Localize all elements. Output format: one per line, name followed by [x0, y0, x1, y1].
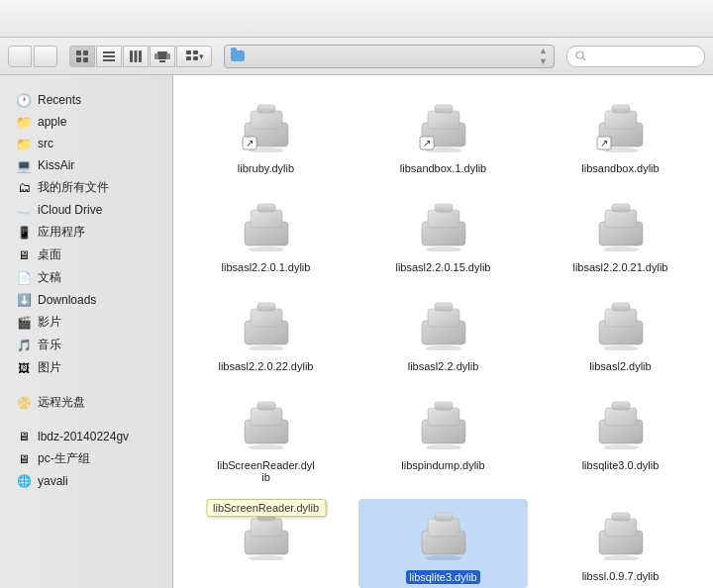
- svg-point-66: [426, 444, 461, 449]
- file-label: libssl.0.9.7.dylib: [582, 570, 660, 582]
- coverflow-view-button[interactable]: [150, 46, 175, 67]
- forward-button[interactable]: [34, 46, 57, 67]
- dylib-icon-wrap: [589, 503, 653, 566]
- svg-rect-68: [428, 408, 459, 426]
- svg-rect-35: [612, 105, 630, 113]
- action-view-button[interactable]: ▾: [176, 46, 212, 67]
- svg-rect-23: [257, 105, 275, 113]
- sidebar-label-apple: apple: [38, 115, 66, 129]
- svg-rect-13: [159, 60, 165, 62]
- svg-rect-2: [76, 57, 81, 62]
- sidebar-shared-lbdz[interactable]: lbdz-20140224gv: [4, 426, 168, 447]
- svg-rect-48: [605, 210, 637, 228]
- docs-icon: [16, 270, 32, 286]
- file-item[interactable]: libssl.0.9.7.dylib: [536, 499, 705, 588]
- svg-rect-16: [186, 56, 191, 60]
- sidebar-item-recents[interactable]: Recents: [4, 89, 168, 111]
- svg-text:↗: ↗: [600, 138, 608, 148]
- sidebar-label-music: 音乐: [38, 337, 61, 353]
- file-item[interactable]: ↗libruby.dylib: [181, 91, 351, 178]
- dylib-icon-wrap: [589, 293, 653, 356]
- file-item[interactable]: libsqlite3.dylib: [358, 499, 528, 588]
- file-item[interactable]: libspindump.dylib: [358, 388, 528, 487]
- file-item[interactable]: libsasl2.2.0.15.dylib: [358, 190, 528, 277]
- dylib-icon-wrap: [235, 392, 298, 455]
- src-icon: [16, 136, 32, 151]
- location-stepper[interactable]: ▲ ▼: [539, 46, 548, 66]
- sidebar-item-icloud[interactable]: iCloud Drive: [4, 199, 168, 221]
- list-view-button[interactable]: [96, 46, 122, 67]
- location-display: [231, 50, 249, 61]
- sidebar-item-apple[interactable]: apple: [4, 111, 168, 133]
- svg-rect-44: [428, 210, 459, 228]
- file-item[interactable]: ↗libsandbox.dylib: [536, 91, 705, 178]
- file-item[interactable]: libsasl2.2.dylib: [358, 289, 528, 376]
- back-button[interactable]: [8, 46, 32, 67]
- file-item[interactable]: libsasl2.2.0.1.dylib: [181, 190, 351, 277]
- svg-rect-0: [76, 50, 81, 55]
- toolbar: ▾ ▲ ▼: [0, 38, 713, 75]
- svg-rect-40: [251, 210, 282, 228]
- file-item[interactable]: libScreenReader.dylib: [181, 499, 351, 588]
- pc-prod-icon: [16, 451, 32, 467]
- svg-rect-73: [612, 402, 630, 410]
- file-label: libsasl2.2.0.21.dylib: [572, 261, 667, 273]
- sidebar-item-allfiles[interactable]: 我的所有文件: [4, 176, 168, 199]
- sidebar-item-downloads[interactable]: Downloads: [4, 289, 168, 311]
- sidebar-shared: lbdz-20140224gvpc-生产组yavali: [0, 426, 172, 492]
- svg-point-82: [603, 555, 639, 560]
- file-label: libspindump.dylib: [401, 459, 484, 471]
- sidebar-item-apps[interactable]: 应用程序: [4, 221, 168, 244]
- location-folder-icon: [231, 50, 245, 61]
- sidebar-label-src: src: [38, 137, 53, 150]
- file-item[interactable]: libsasl2.2.0.22.dylib: [181, 289, 351, 376]
- sidebar-item-music[interactable]: 音乐: [4, 334, 168, 356]
- sidebar-item-docs[interactable]: 文稿: [4, 266, 168, 289]
- file-tooltip: libScreenReader.dylib: [206, 499, 326, 517]
- sidebar-item-desktop[interactable]: 桌面: [4, 244, 168, 266]
- svg-rect-5: [103, 55, 115, 57]
- file-item[interactable]: libScreenReader.dyl ib: [181, 388, 351, 487]
- dylib-icon-wrap: ↗: [412, 95, 475, 158]
- lbdz-icon: [16, 429, 32, 444]
- sidebar-label-pc-prod: pc-生产组: [38, 450, 90, 467]
- sidebar-label-movies: 影片: [38, 314, 61, 331]
- file-item[interactable]: libsqlite3.0.dylib: [536, 388, 705, 487]
- svg-rect-64: [251, 408, 282, 426]
- svg-rect-7: [130, 50, 133, 62]
- file-label: libsasl2.2.dylib: [408, 360, 479, 372]
- dylib-icon-wrap: [412, 392, 475, 455]
- file-label: libScreenReader.dyl ib: [217, 459, 316, 483]
- icon-view-icon: [75, 49, 89, 63]
- file-item[interactable]: ↗libsandbox.1.dylib: [358, 91, 528, 178]
- file-item[interactable]: libsasl2.2.0.21.dylib: [536, 190, 705, 277]
- sidebar-label-remote-disk: 远程光盘: [38, 394, 85, 411]
- svg-rect-12: [166, 53, 170, 59]
- dylib-icon-wrap: [412, 194, 475, 257]
- sidebar-label-apps: 应用程序: [38, 224, 85, 241]
- icon-view-button[interactable]: [69, 46, 95, 67]
- sidebar-device-remote-disk[interactable]: 远程光盘: [4, 391, 168, 414]
- sidebar-item-pics[interactable]: 图片: [4, 356, 168, 379]
- sidebar-shared-pc-prod[interactable]: pc-生产组: [4, 447, 168, 470]
- file-label: libsasl2.dylib: [589, 360, 651, 372]
- music-icon: [16, 338, 32, 353]
- location-bar[interactable]: ▲ ▼: [224, 45, 555, 68]
- svg-text:↗: ↗: [423, 138, 431, 148]
- sidebar-item-kissair[interactable]: KissAir: [4, 154, 168, 176]
- file-item[interactable]: libsasl2.dylib: [536, 289, 705, 376]
- sidebar-label-kissair: KissAir: [38, 158, 74, 172]
- svg-rect-14: [186, 50, 191, 54]
- file-label: libsqlite3.0.dylib: [582, 459, 660, 471]
- view-buttons: ▾: [69, 46, 212, 67]
- dylib-icon-wrap: [412, 503, 475, 566]
- sidebar-shared-yavali[interactable]: yavali: [4, 470, 168, 492]
- sidebar-item-movies[interactable]: 影片: [4, 311, 168, 334]
- search-box[interactable]: [566, 46, 705, 67]
- svg-rect-9: [139, 50, 142, 62]
- column-view-button[interactable]: [123, 46, 149, 67]
- grid-action-icon: [185, 49, 199, 63]
- sidebar-item-src[interactable]: src: [4, 133, 168, 154]
- svg-rect-28: [428, 111, 459, 129]
- svg-point-46: [603, 246, 639, 251]
